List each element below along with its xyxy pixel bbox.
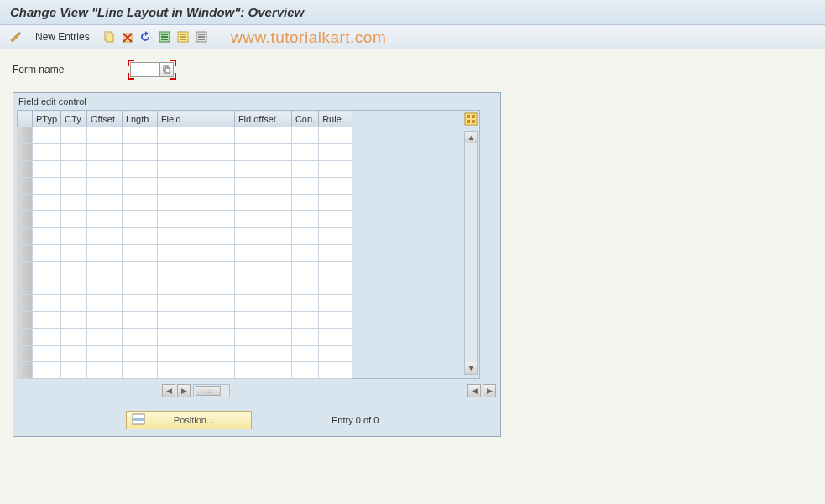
cell-con[interactable] xyxy=(291,161,318,178)
cell-rule[interactable] xyxy=(319,312,352,329)
cell-ptyp[interactable] xyxy=(33,329,61,346)
cell-offset[interactable] xyxy=(86,362,122,379)
cell-field[interactable] xyxy=(157,295,234,312)
column-header-length[interactable]: Lngth xyxy=(122,111,157,127)
cell-field[interactable] xyxy=(157,127,234,144)
cell-field[interactable] xyxy=(157,278,234,295)
cell-cty[interactable] xyxy=(61,362,87,379)
cell-fldoffset[interactable] xyxy=(234,312,291,329)
cell-ptyp[interactable] xyxy=(33,144,61,161)
cell-rule[interactable] xyxy=(319,346,352,362)
cell-offset[interactable] xyxy=(86,295,122,312)
cell-con[interactable] xyxy=(291,245,318,262)
cell-ptyp[interactable] xyxy=(33,195,61,211)
select-block-icon[interactable] xyxy=(175,29,191,44)
column-header-rule[interactable]: Rule xyxy=(319,111,352,127)
cell-ptyp[interactable] xyxy=(33,346,61,362)
cell-field[interactable] xyxy=(157,262,234,278)
cell-ptyp[interactable] xyxy=(33,295,61,312)
cell-offset[interactable] xyxy=(86,127,122,144)
cell-field[interactable] xyxy=(157,245,234,262)
cell-fldoffset[interactable] xyxy=(234,295,291,312)
cell-length[interactable] xyxy=(122,245,157,262)
cell-field[interactable] xyxy=(157,346,234,362)
cell-con[interactable] xyxy=(291,329,318,346)
cell-cty[interactable] xyxy=(61,178,87,195)
cell-field[interactable] xyxy=(157,362,234,379)
cell-con[interactable] xyxy=(291,195,318,211)
cell-offset[interactable] xyxy=(86,161,122,178)
cell-fldoffset[interactable] xyxy=(234,278,291,295)
column-header-cty[interactable]: CTy. xyxy=(61,111,87,127)
delete-icon[interactable] xyxy=(120,29,135,44)
cell-field[interactable] xyxy=(157,144,234,161)
cell-length[interactable] xyxy=(122,228,157,245)
cell-con[interactable] xyxy=(291,228,318,245)
cell-field[interactable] xyxy=(157,195,234,211)
cell-con[interactable] xyxy=(291,295,318,312)
row-selector[interactable] xyxy=(18,278,33,295)
vertical-scrollbar[interactable]: ▲ ▼ xyxy=(464,131,478,375)
scroll-left-button[interactable]: ◀ xyxy=(162,384,175,397)
cell-cty[interactable] xyxy=(61,127,87,144)
cell-ptyp[interactable] xyxy=(33,228,61,245)
cell-con[interactable] xyxy=(291,127,318,144)
cell-length[interactable] xyxy=(122,211,157,228)
cell-rule[interactable] xyxy=(319,211,352,228)
row-selector[interactable] xyxy=(18,312,33,329)
column-header-ptyp[interactable]: PTyp xyxy=(33,111,61,127)
cell-cty[interactable] xyxy=(61,211,87,228)
cell-rule[interactable] xyxy=(319,329,352,346)
cell-con[interactable] xyxy=(291,178,318,195)
cell-rule[interactable] xyxy=(319,195,352,211)
cell-ptyp[interactable] xyxy=(33,262,61,278)
cell-con[interactable] xyxy=(291,312,318,329)
cell-ptyp[interactable] xyxy=(33,312,61,329)
position-button[interactable]: Position... xyxy=(126,411,252,429)
cell-fldoffset[interactable] xyxy=(234,161,291,178)
row-selector[interactable] xyxy=(18,211,33,228)
scroll-right-button[interactable]: ▶ xyxy=(177,384,191,397)
cell-length[interactable] xyxy=(122,278,157,295)
cell-con[interactable] xyxy=(291,211,318,228)
cell-length[interactable] xyxy=(122,295,157,312)
cell-con[interactable] xyxy=(291,144,318,161)
cell-offset[interactable] xyxy=(86,262,122,278)
cell-fldoffset[interactable] xyxy=(234,329,291,346)
cell-cty[interactable] xyxy=(61,278,87,295)
row-selector[interactable] xyxy=(18,127,33,144)
scroll-left-end-button[interactable]: ◀ xyxy=(467,384,481,397)
column-header-offset[interactable]: Offset xyxy=(86,111,122,127)
column-header-field[interactable]: Field xyxy=(157,111,234,127)
cell-cty[interactable] xyxy=(61,295,87,312)
cell-fldoffset[interactable] xyxy=(234,178,291,195)
column-header-con[interactable]: Con. xyxy=(291,111,318,127)
cell-field[interactable] xyxy=(157,178,234,195)
new-entries-button[interactable]: New Entries xyxy=(32,29,93,44)
row-selector-header[interactable] xyxy=(18,111,33,127)
cell-rule[interactable] xyxy=(319,295,352,312)
cell-length[interactable] xyxy=(122,346,157,362)
cell-ptyp[interactable] xyxy=(33,278,61,295)
cell-ptyp[interactable] xyxy=(33,245,61,262)
cell-length[interactable] xyxy=(122,195,157,211)
cell-offset[interactable] xyxy=(86,245,122,262)
copy-icon[interactable] xyxy=(102,29,117,44)
cell-offset[interactable] xyxy=(86,312,122,329)
row-selector[interactable] xyxy=(18,228,33,245)
cell-field[interactable] xyxy=(157,161,234,178)
scroll-up-button[interactable]: ▲ xyxy=(465,132,477,143)
row-selector[interactable] xyxy=(18,245,33,262)
row-selector[interactable] xyxy=(18,195,33,211)
toggle-display-change-icon[interactable] xyxy=(8,29,23,44)
cell-offset[interactable] xyxy=(86,195,122,211)
cell-offset[interactable] xyxy=(86,346,122,362)
cell-offset[interactable] xyxy=(86,228,122,245)
row-selector[interactable] xyxy=(18,362,33,379)
cell-rule[interactable] xyxy=(319,278,352,295)
cell-field[interactable] xyxy=(157,329,234,346)
cell-length[interactable] xyxy=(122,161,157,178)
row-selector[interactable] xyxy=(18,262,33,278)
cell-rule[interactable] xyxy=(319,262,352,278)
cell-ptyp[interactable] xyxy=(33,161,61,178)
